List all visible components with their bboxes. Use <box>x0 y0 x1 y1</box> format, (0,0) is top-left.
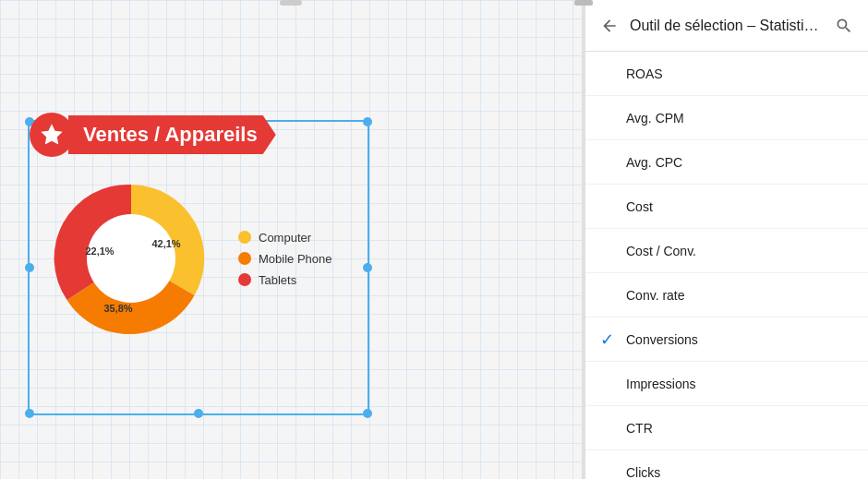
stats-item-label-avg-cpc: Avg. CPC <box>626 155 682 170</box>
stats-item-ctr[interactable]: CTR <box>585 406 868 450</box>
star-svg <box>39 122 65 148</box>
stats-item-check-conversions: ✓ <box>600 329 622 350</box>
star-icon <box>30 113 74 157</box>
stats-item-clicks[interactable]: Clicks <box>585 450 868 479</box>
handle-middle-right[interactable] <box>363 263 372 272</box>
stats-item-cost-conv[interactable]: Cost / Conv. <box>585 229 868 273</box>
stats-item-label-conversions: Conversions <box>626 332 698 347</box>
handle-bottom-left[interactable] <box>25 409 34 418</box>
stats-item-label-cost-conv: Cost / Conv. <box>626 244 696 258</box>
stats-item-label-avg-cpm: Avg. CPM <box>626 111 684 126</box>
label-computer: 42,1% <box>151 238 180 249</box>
search-button[interactable] <box>835 17 853 35</box>
stats-item-label-conv-rate: Conv. rate <box>626 288 685 303</box>
label-tablets: 22,1% <box>85 245 114 257</box>
legend-label-computer: Computer <box>259 231 311 245</box>
legend-label-tablets: Tablets <box>259 273 296 287</box>
legend-dot-mobile <box>238 252 251 265</box>
widget-title-bar: Ventes / Appareils <box>30 113 368 157</box>
widget-container[interactable]: Ventes / Appareils 42,1% 35,8% 22,1% <box>28 120 369 415</box>
stats-item-avg-cpc[interactable]: Avg. CPC <box>585 140 868 185</box>
label-mobile: 35,8% <box>103 303 132 314</box>
stats-item-cost[interactable]: Cost <box>585 185 868 229</box>
donut-chart: 42,1% 35,8% 22,1% <box>39 166 223 351</box>
legend-item-mobile: Mobile Phone <box>238 252 332 266</box>
legend-item-computer: Computer <box>238 231 332 245</box>
legend-dot-computer <box>238 231 251 244</box>
stats-item-label-impressions: Impressions <box>626 377 695 391</box>
stats-panel-title: Outil de sélection – Statisti… <box>630 18 824 34</box>
legend-dot-tablets <box>238 273 251 286</box>
stats-item-avg-cpm[interactable]: Avg. CPM <box>585 96 868 140</box>
chart-area: Ventes / Appareils 42,1% 35,8% 22,1% <box>0 0 582 479</box>
handle-middle-left[interactable] <box>25 263 34 272</box>
stats-item-roas[interactable]: ROAS <box>585 52 868 96</box>
divider-handle[interactable] <box>574 0 593 6</box>
stats-item-conv-rate[interactable]: Conv. rate <box>585 273 868 317</box>
stats-panel: Outil de sélection – Statisti… ROASAvg. … <box>585 0 868 479</box>
stats-item-label-cost: Cost <box>626 199 653 214</box>
back-button[interactable] <box>600 17 619 35</box>
handle-top-right[interactable] <box>363 117 372 126</box>
stats-item-label-roas: ROAS <box>626 66 663 81</box>
drag-handle[interactable] <box>280 0 302 6</box>
stats-header: Outil de sélection – Statisti… <box>585 0 868 52</box>
donut-hole <box>87 214 175 303</box>
stats-list: ROASAvg. CPMAvg. CPCCostCost / Conv.Conv… <box>585 52 868 479</box>
stats-item-label-ctr: CTR <box>626 421 653 436</box>
legend-item-tablets: Tablets <box>238 273 332 287</box>
donut-area: 42,1% 35,8% 22,1% Computer Mobile Phone … <box>39 166 368 351</box>
stats-item-label-clicks: Clicks <box>626 465 660 480</box>
stats-item-conversions[interactable]: ✓Conversions <box>585 317 868 362</box>
chart-legend: Computer Mobile Phone Tablets <box>238 231 332 287</box>
legend-label-mobile: Mobile Phone <box>259 252 332 266</box>
handle-bottom-middle[interactable] <box>194 409 203 418</box>
handle-bottom-right[interactable] <box>363 409 372 418</box>
widget-title: Ventes / Appareils <box>68 115 276 154</box>
stats-item-impressions[interactable]: Impressions <box>585 362 868 406</box>
